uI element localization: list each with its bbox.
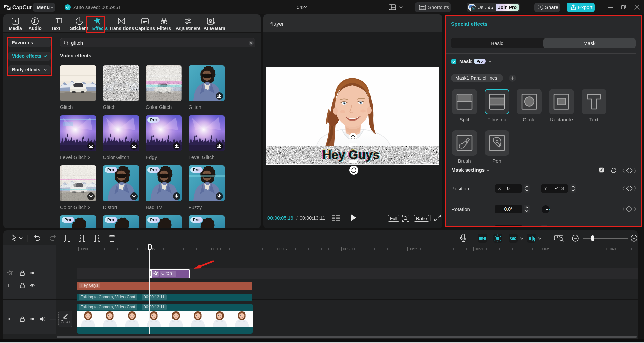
svg-text:Hey Guys: Hey Guys xyxy=(323,148,380,162)
svg-text:TI: TI xyxy=(7,283,12,288)
svg-text:CapCut: CapCut xyxy=(12,5,32,10)
